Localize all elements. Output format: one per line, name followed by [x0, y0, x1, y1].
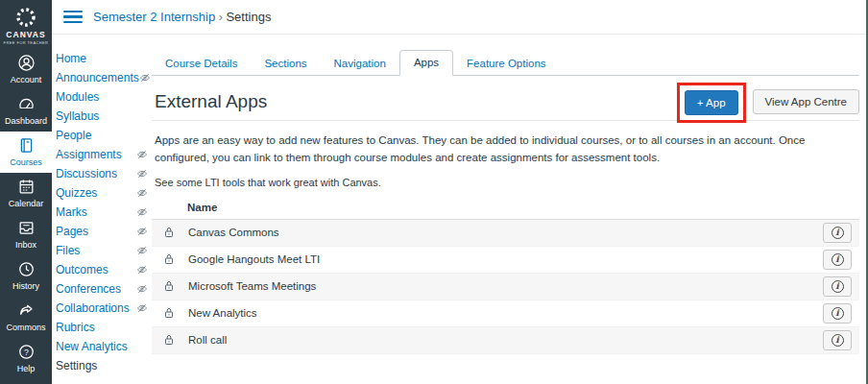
course-nav-files[interactable]: Files: [56, 241, 152, 260]
course-nav-home[interactable]: Home: [56, 49, 152, 68]
tab-feature-options[interactable]: Feature Options: [453, 52, 559, 76]
course-nav-label: Announcements: [56, 71, 139, 84]
course-nav-label: New Analytics: [56, 340, 128, 353]
global-nav-history[interactable]: History: [0, 255, 52, 297]
global-nav-label: Dashboard: [5, 116, 47, 126]
lock-icon: [163, 333, 175, 347]
course-nav-label: Discussions: [56, 167, 117, 180]
course-nav-quizzes[interactable]: Quizzes: [56, 183, 152, 203]
hidden-eye-icon: [136, 206, 148, 218]
global-nav-courses[interactable]: Courses: [0, 132, 52, 173]
course-nav-label: Syllabus: [56, 109, 99, 123]
breadcrumb: Semester 2 Internship › Settings: [93, 10, 271, 24]
inbox-icon: [17, 219, 36, 237]
course-nav-label: Conferences: [56, 282, 121, 296]
course-nav-new-analytics[interactable]: New Analytics: [56, 337, 152, 356]
global-nav-inbox[interactable]: Inbox: [0, 214, 52, 255]
hidden-eye-icon: [136, 264, 148, 276]
course-nav-label: Rubrics: [56, 321, 95, 334]
course-nav-modules[interactable]: Modules: [56, 87, 152, 107]
global-nav-dashboard[interactable]: Dashboard: [0, 90, 52, 132]
global-nav: CANVAS FREE FOR TEACHER Account Dashboar…: [0, 0, 52, 384]
hidden-eye-icon: [136, 245, 148, 256]
info-icon: i: [832, 227, 844, 239]
calendar-icon: [17, 178, 36, 196]
global-nav-help[interactable]: ? Help: [0, 338, 52, 379]
table-row: Canvas Commons i: [152, 220, 859, 247]
book-icon: [17, 136, 36, 155]
course-nav-syllabus[interactable]: Syllabus: [56, 107, 152, 126]
svg-text:?: ?: [24, 348, 29, 357]
course-nav-settings[interactable]: Settings: [51, 356, 152, 375]
app-info-button[interactable]: i: [823, 276, 852, 297]
course-nav-collaborations[interactable]: Collaborations: [56, 299, 152, 318]
info-icon: i: [832, 253, 844, 266]
app-info-button[interactable]: i: [823, 303, 852, 324]
app-name: Google Hangouts Meet LTI: [188, 253, 320, 265]
canvas-logo[interactable]: CANVAS FREE FOR TEACHER: [0, 0, 52, 49]
main-area: Semester 2 Internship › Settings Home An…: [52, 0, 866, 384]
global-nav-label: Account: [11, 75, 42, 84]
course-nav-label: Marks: [56, 205, 87, 219]
tab-navigation[interactable]: Navigation: [321, 52, 399, 76]
hidden-eye-icon: [136, 302, 148, 314]
view-app-centre-button[interactable]: View App Centre: [753, 89, 859, 114]
global-nav-label: Calendar: [9, 199, 44, 208]
course-nav-rubrics[interactable]: Rubrics: [56, 318, 152, 337]
course-nav-discussions[interactable]: Discussions: [56, 164, 152, 183]
global-nav-account[interactable]: Account: [0, 49, 52, 90]
course-nav-label: Settings: [56, 359, 97, 372]
course-nav-pages[interactable]: Pages: [56, 222, 152, 241]
hidden-eye-icon: [139, 72, 151, 84]
lock-icon: [163, 252, 175, 266]
course-nav-outcomes[interactable]: Outcomes: [56, 260, 152, 279]
lock-icon: [163, 306, 175, 320]
canvas-logo-icon: [0, 6, 52, 29]
course-nav-announcements[interactable]: Announcements: [56, 68, 152, 87]
table-row: New Analytics i: [152, 300, 859, 327]
app-info-button[interactable]: i: [823, 223, 852, 243]
course-nav-label: Files: [56, 244, 80, 257]
canvas-app-window: CANVAS FREE FOR TEACHER Account Dashboar…: [0, 0, 868, 384]
lock-icon: [163, 226, 175, 239]
info-icon: i: [832, 307, 844, 320]
app-info-button[interactable]: i: [823, 330, 852, 350]
annotation-red-box: + App: [677, 83, 746, 123]
course-nav-label: People: [56, 129, 91, 142]
page-title: External Apps: [155, 91, 267, 112]
breadcrumb-course-link[interactable]: Semester 2 Internship: [93, 10, 215, 24]
tab-sections[interactable]: Sections: [251, 52, 320, 76]
share-arrow-icon: [17, 301, 36, 320]
course-nav-marks[interactable]: Marks: [56, 203, 152, 222]
course-nav: Home Announcements Modules Syllabus Peop…: [52, 35, 152, 384]
hidden-eye-icon: [136, 168, 148, 180]
global-nav-label: Commons: [6, 323, 45, 332]
course-nav-label: Collaborations: [56, 301, 130, 315]
tab-course-details[interactable]: Course Details: [152, 52, 251, 76]
external-apps-header: External Apps + App View App Centre: [152, 89, 859, 121]
course-nav-people[interactable]: People: [56, 126, 152, 145]
app-info-button[interactable]: i: [823, 250, 852, 270]
add-app-button[interactable]: + App: [685, 90, 738, 115]
table-header-name: Name: [152, 200, 859, 220]
course-nav-label: Pages: [56, 225, 88, 238]
hamburger-menu-icon[interactable]: [63, 11, 83, 24]
hidden-eye-icon: [136, 187, 148, 199]
course-nav-assignments[interactable]: Assignments: [56, 145, 152, 164]
tab-apps[interactable]: Apps: [399, 50, 453, 76]
lock-icon: [163, 279, 175, 293]
course-nav-label: Modules: [56, 90, 99, 104]
external-apps-table: Name Canvas Commons i Google Hangouts Me…: [152, 200, 859, 354]
breadcrumb-separator: ›: [219, 11, 223, 24]
hidden-eye-icon: [136, 226, 148, 237]
global-nav-label: Inbox: [15, 240, 36, 250]
logo-subtitle: FREE FOR TEACHER: [0, 40, 52, 45]
global-nav-calendar[interactable]: Calendar: [0, 173, 52, 214]
course-nav-conferences[interactable]: Conferences: [56, 279, 152, 299]
app-name: Canvas Commons: [188, 227, 279, 238]
question-icon: ?: [17, 343, 36, 361]
info-icon: i: [832, 334, 844, 347]
breadcrumb-current: Settings: [226, 10, 271, 24]
info-icon: i: [832, 280, 844, 293]
global-nav-commons[interactable]: Commons: [0, 297, 52, 338]
